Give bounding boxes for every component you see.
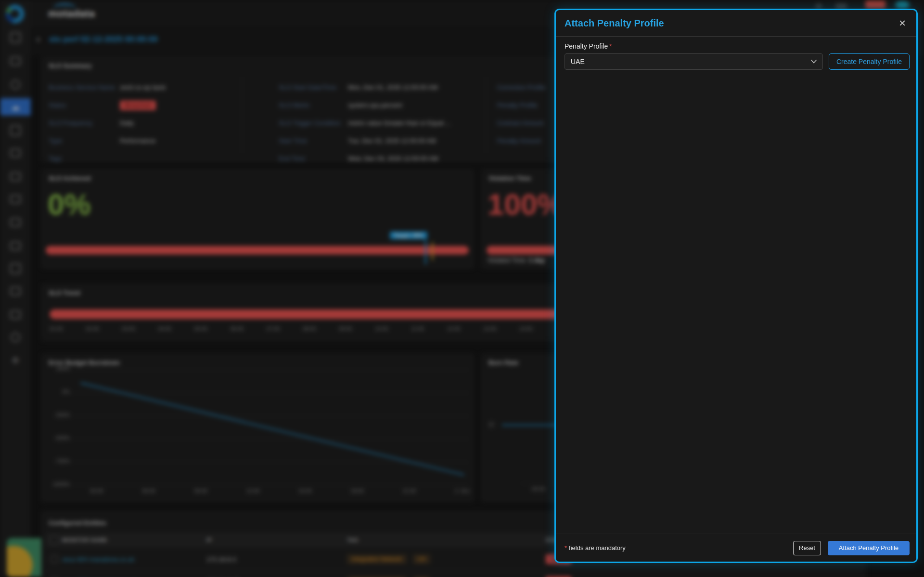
sidebar-item-monitors[interactable] — [0, 52, 31, 70]
summary-divider — [486, 77, 486, 153]
summary-col-2: SLO Start Date/TimeMon, Dec 01, 2025 12:… — [279, 78, 450, 167]
mandatory-note: *fields are mandatory — [565, 544, 793, 551]
sidebar-item-database[interactable] — [0, 329, 31, 346]
back-chevron-icon[interactable]: ‹ — [37, 33, 40, 46]
x-tick: 05:00 — [194, 326, 208, 332]
penalty-profile-select[interactable]: UAE — [565, 53, 823, 70]
motadata-logo-icon[interactable] — [6, 5, 24, 23]
avatar-graphic — [7, 546, 33, 577]
col-tag: TAG — [347, 537, 546, 543]
field-value: system.cpu.percent — [348, 102, 402, 109]
col-ip: IP — [206, 537, 347, 543]
header-alert-badge[interactable] — [865, 0, 886, 9]
y-tick: -1000% — [45, 481, 70, 504]
sidebar-item-layers[interactable] — [0, 214, 31, 231]
configured-entities-title: Configured Entities — [49, 519, 106, 526]
sidebar-item-settings[interactable]: ⚙ — [0, 352, 31, 369]
sidebar-item-topology[interactable] — [0, 144, 31, 162]
field-value: Tue, Dec 02, 2025 12:00:00 AM — [348, 137, 436, 144]
y-tick: -250% — [45, 412, 70, 435]
tag-badge: Integration Network — [347, 554, 407, 564]
log-icon — [10, 287, 21, 295]
field-label: SLO Trigger Condition — [279, 119, 348, 127]
summary-divider — [242, 77, 243, 153]
x-tick: 01:00 — [50, 326, 63, 332]
x-tick: 21:00 — [403, 488, 416, 494]
achieved-progress-bar — [46, 246, 469, 255]
network-icon — [10, 172, 21, 181]
x-tick: 10:00 — [375, 326, 388, 332]
x-tick: 09:00 — [194, 488, 208, 494]
sidebar: ☁ ⚙ — [0, 0, 31, 577]
sidebar-item-discovery[interactable] — [0, 191, 31, 208]
header-avatar[interactable] — [895, 1, 910, 9]
target-tooltip: Target: 99% — [390, 231, 427, 239]
violation-time-title: Violation Time — [488, 175, 531, 182]
monitor-link[interactable]: zeus-WX-maradona.co.uk — [62, 556, 206, 563]
status-badge: Breached — [120, 101, 156, 110]
x-tick: 02:00 — [86, 326, 99, 332]
x-tick: 11:00 — [411, 326, 424, 332]
logo-wordmark: motadata — [48, 8, 95, 19]
logo-hole — [10, 9, 20, 19]
sidebar-item-trends[interactable] — [0, 237, 31, 255]
trend-icon — [10, 242, 21, 250]
attach-penalty-profile-button[interactable]: Attach Penalty Profile — [828, 541, 910, 555]
create-penalty-profile-button[interactable]: Create Penalty Profile — [829, 53, 910, 70]
slo-summary-title: SLO Summary — [49, 62, 92, 69]
select-all-checkbox[interactable] — [51, 536, 58, 544]
discovery-icon — [10, 195, 21, 204]
sidebar-item-reports[interactable] — [0, 260, 31, 277]
modal-header: Attach Penalty Profile × — [556, 10, 916, 37]
burn-rate-y-tick — [488, 422, 494, 427]
layers-icon — [10, 218, 21, 227]
violation-time-value: 100% — [488, 187, 564, 221]
row-checkbox[interactable] — [51, 555, 58, 563]
sidebar-item-automation[interactable] — [0, 306, 31, 323]
field-label: Business Service Name — [49, 84, 120, 91]
y-tick: 0% — [45, 389, 70, 412]
target-marker-line — [425, 240, 426, 264]
sidebar-item-dashboard[interactable] — [0, 29, 31, 46]
page-title: slo perf 02-12-2025 00:00:00 — [49, 35, 158, 44]
warning-marker-line — [432, 242, 433, 260]
required-asterisk: * — [609, 42, 612, 50]
field-value: Wed, Dec 03, 2025 12:00:00 AM — [348, 155, 438, 162]
penalty-profile-label-text: Penalty Profile — [565, 42, 608, 50]
field-value: Daily — [120, 119, 134, 127]
error-budget-card: Error Budget Burndown 250% 0% -250% -500… — [41, 354, 474, 502]
field-value: metric value Greater than or Equal ... — [348, 119, 450, 127]
slo-cloud-icon: ☁ — [12, 103, 20, 111]
inventory-icon — [10, 125, 21, 136]
field-label: End Time — [279, 155, 348, 162]
burndown-y-axis: 250% 0% -250% -500% -750% -1000% — [45, 366, 70, 504]
close-icon[interactable]: × — [897, 18, 908, 28]
modal-footer: *fields are mandatory Reset Attach Penal… — [556, 534, 916, 562]
violated-time-prefix: Violated Time: — [488, 256, 529, 264]
x-tick: 08:00 — [303, 326, 316, 332]
tag-badge: UX — [413, 554, 431, 564]
gridline — [73, 485, 469, 486]
sidebar-item-inventory[interactable] — [0, 122, 31, 139]
sidebar-item-slo[interactable]: ☁ — [0, 98, 31, 115]
x-tick: 18:00 — [351, 488, 364, 494]
field-label: Start Time — [279, 137, 348, 144]
sidebar-item-network[interactable] — [0, 168, 31, 185]
x-tick: 12:00 — [447, 326, 461, 332]
slo-trend-title: SLO Trend — [49, 289, 80, 296]
field-label: SLO Frequency — [49, 119, 120, 127]
modal-body: Penalty Profile* UAE Create Penalty Prof… — [556, 37, 916, 534]
x-tick: 03:00 — [90, 488, 103, 494]
mandatory-note-text: fields are mandatory — [569, 544, 626, 551]
col-monitor-name: MONITOR NAME — [62, 537, 206, 543]
x-tick: 03:00 — [122, 326, 135, 332]
y-tick: 250% — [45, 366, 70, 389]
penalty-profile-row: UAE Create Penalty Profile — [565, 53, 910, 70]
sidebar-item-logs[interactable] — [0, 282, 31, 300]
field-label: Penalty Profile — [497, 102, 538, 109]
field-label: Tags — [49, 155, 120, 162]
reset-button[interactable]: Reset — [793, 541, 821, 555]
sidebar-item-alerts[interactable] — [0, 76, 31, 93]
x-tick: 07:00 — [267, 326, 280, 332]
database-icon — [11, 333, 20, 342]
